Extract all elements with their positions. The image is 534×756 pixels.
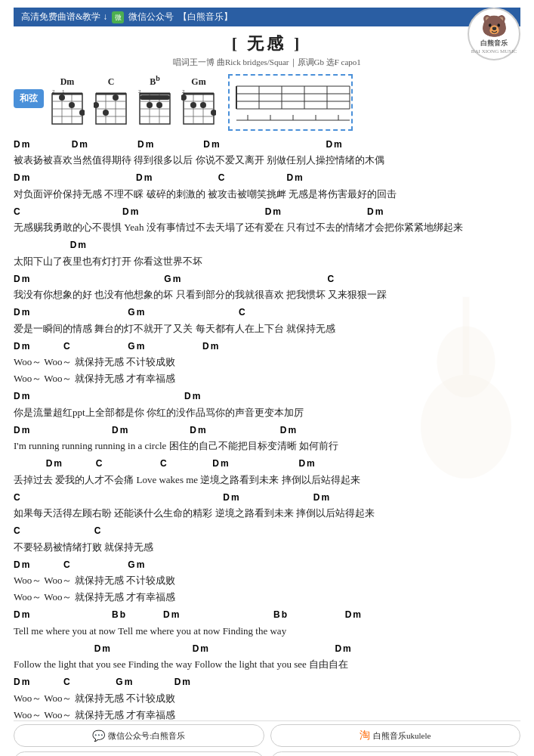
footer-weibo-btn[interactable]: 🌐 新浪微博:白熊音乐ukulele bbox=[14, 751, 264, 756]
svg-text:2: 2 bbox=[138, 89, 141, 94]
lyric-line: 我没有你想象的好 也没有他想象的坏 只看到部分的我就很喜欢 把我惯坏 又来狠狠一… bbox=[14, 287, 520, 303]
footer-taobao-btn[interactable]: 淘 白熊音乐ukulele bbox=[270, 724, 521, 747]
lyric-block-1: Dm Dm Dm Dm Dm 被表扬被喜欢当然值得期待 得到很多以后 你说不爱又… bbox=[14, 137, 520, 169]
lyric-block-5: Dm Gm C 我没有你想象的好 也没有他想象的坏 只看到部分的我就很喜欢 把我… bbox=[14, 271, 520, 303]
chord-line: Dm bbox=[14, 237, 520, 253]
svg-point-41 bbox=[190, 102, 196, 108]
svg-point-20 bbox=[103, 110, 109, 116]
title-section: [ 无感 ] 唱词王一博 曲Rick bridges/Squar｜原调Gb 选F… bbox=[14, 33, 520, 68]
svg-point-42 bbox=[200, 102, 206, 108]
lyric-block-6: Dm Gm C 爱是一瞬间的情感 舞台的灯不就开了又关 每天都有人在上下台 就保… bbox=[14, 305, 520, 336]
banner-wechat-name: 【白熊音乐】 bbox=[178, 11, 233, 23]
lyric-block-3: C Dm Dm Dm 无感赐我勇敢的心不畏惧 Yeah 没有事情过不去天塌了还有… bbox=[14, 204, 520, 236]
lyric-line: 爱是一瞬间的情感 舞台的灯不就开了又关 每天都有人在上下台 就保持无感 bbox=[14, 321, 520, 337]
lyric-line: Tell me where you at now Tell me where y… bbox=[14, 623, 520, 640]
svg-point-21 bbox=[113, 94, 119, 101]
tab-svg bbox=[233, 79, 353, 126]
song-info: 唱词王一博 曲Rick bridges/Squar｜原调Gb 选F capo1 bbox=[14, 57, 520, 68]
footer-wechat-text: 微信公众号:白熊音乐 bbox=[108, 730, 185, 742]
chord-line: Dm Dm Dm Dm Dm bbox=[14, 137, 520, 152]
lyric-block-11: C Dm Dm 如果每天活得左顾右盼 还能谈什么生命的精彩 逆境之路看到未来 摔… bbox=[14, 490, 520, 522]
svg-text:2: 2 bbox=[182, 89, 185, 94]
chord-c-diagram bbox=[94, 89, 128, 129]
footer-row-1: 💬 微信公众号:白熊音乐 淘 白熊音乐ukulele bbox=[14, 724, 520, 747]
footer-youku-btn[interactable]: ▶ 白熊音乐ukulele bbox=[270, 751, 521, 756]
logo-name: 白熊音乐 bbox=[480, 39, 508, 48]
lyric-block-14: Dm Bb Dm Bb Dm Tell me where you at now … bbox=[14, 607, 520, 639]
logo-sub: BAI XIONG MUSIC bbox=[471, 48, 517, 54]
taobao-icon: 淘 bbox=[360, 729, 370, 742]
bear-icon: 🐻 bbox=[481, 14, 508, 39]
chord-line: Dm C Gm bbox=[14, 557, 520, 572]
svg-rect-29 bbox=[140, 95, 170, 100]
chords-area: 和弦 Dm bbox=[14, 74, 520, 131]
wechat-icon: 💬 bbox=[92, 730, 105, 742]
lyric-block-2: Dm Dm C Dm 对负面评价保持无感 不理不睬 破碎的刺激的 被攻击被嘲笑挑… bbox=[14, 170, 520, 202]
tab-diagram bbox=[228, 74, 353, 131]
svg-text:2: 2 bbox=[52, 89, 55, 94]
chord-line: C Dm Dm Dm bbox=[14, 204, 520, 219]
chord-gm: Gm 2 bbox=[181, 76, 216, 129]
lyric-block-15: Dm Dm Dm Follow the light that you see F… bbox=[14, 641, 520, 673]
lyric-line: 无感赐我勇敢的心不畏惧 Yeah 没有事情过不去天塌了还有爱在 只有过不去的情绪… bbox=[14, 219, 520, 236]
chord-c: C bbox=[94, 76, 128, 129]
svg-point-19 bbox=[94, 102, 99, 108]
banner-text1: 高清免费曲谱&教学 ↓ bbox=[21, 11, 107, 23]
footer: 💬 微信公众号:白熊音乐 淘 白熊音乐ukulele 🌐 新浪微博:白熊音乐uk… bbox=[14, 717, 520, 756]
chord-dm: Dm 2 1 bbox=[50, 76, 85, 129]
lyric-line: Woo～ Woo～ 就保持无感 才有幸福感 bbox=[14, 370, 520, 387]
chord-line: Dm Dm Dm Dm bbox=[14, 423, 520, 438]
chord-line: Dm Dm bbox=[14, 389, 520, 404]
chord-line: Dm C C Dm Dm bbox=[14, 456, 520, 471]
lyric-line: 太阳下山了夜里也有灯打开 你看这世界不坏 bbox=[14, 253, 520, 270]
svg-point-9 bbox=[79, 110, 85, 116]
svg-point-43 bbox=[211, 110, 216, 116]
footer-taobao-text: 白熊音乐ukulele bbox=[373, 730, 431, 742]
chord-bb-diagram: 2 bbox=[137, 89, 172, 129]
lyric-block-16: Dm C Gm Dm Woo～ Woo～ 就保持无感 不计较成败 Woo～ Wo… bbox=[14, 674, 520, 723]
svg-point-31 bbox=[156, 102, 162, 108]
chord-bb: Bb 2 bbox=[137, 74, 172, 129]
chord-line: C Dm Dm bbox=[14, 490, 520, 505]
chord-line: Dm Bb Dm Bb Dm bbox=[14, 607, 520, 622]
lyrics-section: Dm Dm Dm Dm Dm 被表扬被喜欢当然值得期待 得到很多以后 你说不爱又… bbox=[14, 137, 520, 723]
banner-text2: 微信公众号 bbox=[128, 11, 174, 23]
lyric-block-7: Dm C Gm Dm Woo～ Woo～ 就保持无感 不计较成败 Woo～ Wo… bbox=[14, 339, 520, 388]
lyric-line: 对负面评价保持无感 不理不睬 破碎的刺激的 被攻击被嘲笑挑衅 无感是将伤害最好的… bbox=[14, 186, 520, 203]
chord-gm-diagram: 2 bbox=[181, 89, 216, 129]
lyric-line: Woo～ Woo～ 就保持无感 不计较成败 bbox=[14, 354, 520, 370]
chord-line: Dm Dm Dm bbox=[14, 641, 520, 656]
chord-line: Dm Gm C bbox=[14, 271, 520, 287]
lyric-line: 被表扬被喜欢当然值得期待 得到很多以后 你说不爱又离开 别做任别人操控情绪的木偶 bbox=[14, 152, 520, 169]
lyric-line: Follow the light that you see Finding th… bbox=[14, 656, 520, 673]
lyric-block-8: Dm Dm 你是流量超红ppt上全部都是你 你红的没作品骂你的声音更变本加厉 bbox=[14, 389, 520, 420]
footer-wechat-btn[interactable]: 💬 微信公众号:白熊音乐 bbox=[14, 724, 264, 747]
svg-point-30 bbox=[147, 102, 153, 108]
footer-divider bbox=[14, 720, 520, 721]
banner-wechat-icon: 微 bbox=[112, 11, 124, 23]
chord-line: Dm C Gm Dm bbox=[14, 339, 520, 354]
lyric-line: 如果每天活得左顾右盼 还能谈什么生命的精彩 逆境之路看到未来 摔倒以后站得起来 bbox=[14, 505, 520, 522]
lyric-block-4: Dm 太阳下山了夜里也有灯打开 你看这世界不坏 bbox=[14, 237, 520, 269]
lyric-block-10: Dm C C Dm Dm 丢掉过去 爱我的人才不会痛 Love wakes me… bbox=[14, 456, 520, 488]
lyric-line: 丢掉过去 爱我的人才不会痛 Love wakes me 逆境之路看到未来 摔倒以… bbox=[14, 472, 520, 488]
logo-area: 🐻 白熊音乐 BAI XIONG MUSIC bbox=[468, 8, 520, 60]
lyric-block-13: Dm C Gm Woo～ Woo～ 就保持无感 不计较成败 Woo～ Woo～ … bbox=[14, 557, 520, 606]
svg-point-8 bbox=[69, 102, 75, 108]
song-title: [ 无感 ] bbox=[14, 33, 520, 55]
chord-dm-diagram: 2 1 bbox=[50, 89, 85, 129]
hx-badge: 和弦 bbox=[14, 89, 44, 108]
lyric-line: Woo～ Woo～ 就保持无感 不计较成败 bbox=[14, 572, 520, 589]
lyric-line: Woo～ Woo～ 就保持无感 不计较成败 bbox=[14, 690, 520, 707]
svg-point-7 bbox=[59, 94, 65, 101]
chord-line: Dm Dm C Dm bbox=[14, 170, 520, 185]
svg-point-40 bbox=[181, 94, 187, 101]
lyric-line: I'm running running running in a circle … bbox=[14, 438, 520, 454]
lyric-block-12: C C 不要轻易被情绪打败 就保持无感 bbox=[14, 523, 520, 555]
chord-diagrams: Dm 2 1 bbox=[50, 74, 216, 129]
lyric-line: 不要轻易被情绪打败 就保持无感 bbox=[14, 539, 520, 556]
chord-line: C C bbox=[14, 523, 520, 538]
lyric-block-9: Dm Dm Dm Dm I'm running running running … bbox=[14, 423, 520, 454]
lyric-line: 你是流量超红ppt上全部都是你 你红的没作品骂你的声音更变本加厉 bbox=[14, 404, 520, 421]
chord-line: Dm C Gm Dm bbox=[14, 674, 520, 689]
